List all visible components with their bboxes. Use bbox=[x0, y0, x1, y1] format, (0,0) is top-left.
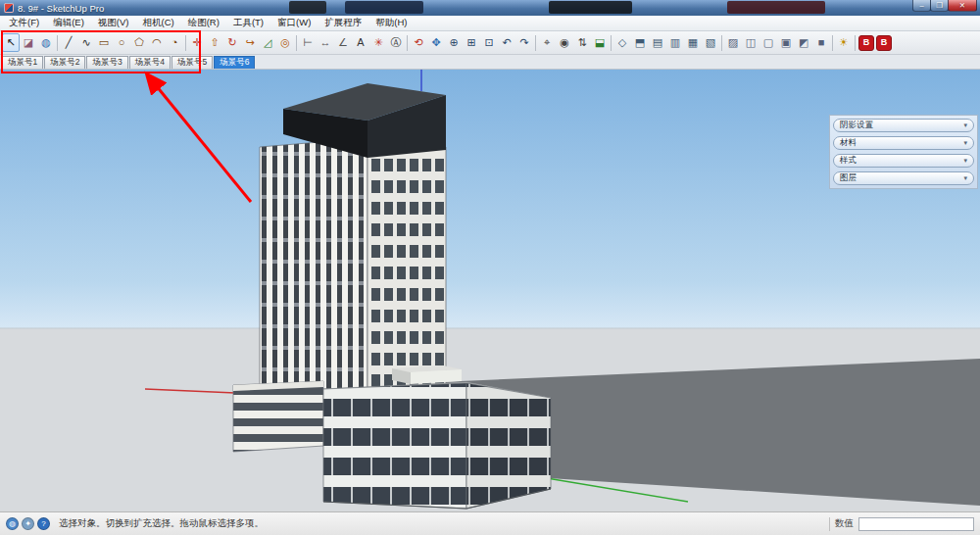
view-left-icon[interactable]: ▧ bbox=[702, 33, 719, 52]
menu-item-9[interactable]: 帮助(H) bbox=[368, 16, 414, 30]
menu-item-4[interactable]: 相机(C) bbox=[135, 16, 180, 30]
help-icon[interactable]: ? bbox=[37, 517, 50, 530]
zoom-tool-icon[interactable]: ⊕ bbox=[445, 33, 463, 52]
scale-tool-icon[interactable]: ◿ bbox=[259, 33, 276, 52]
scene-tab-3[interactable]: 场景号3 bbox=[86, 56, 127, 69]
view-back-icon[interactable]: ▦ bbox=[684, 33, 702, 52]
title-bar: 8. 9# - SketchUp Pro – ❐ ✕ bbox=[0, 0, 980, 16]
push-pull-tool-icon[interactable]: ⇧ bbox=[206, 33, 223, 52]
menu-item-1[interactable]: 文件(F) bbox=[2, 16, 46, 30]
style-textured-icon[interactable]: ◩ bbox=[795, 33, 812, 52]
pie-tool-icon[interactable]: ◔ bbox=[166, 33, 183, 52]
materials-panel-label: 材料 bbox=[840, 137, 857, 149]
window-title: 8. 9# - SketchUp Pro bbox=[18, 3, 104, 14]
credits-icon[interactable]: ✦ bbox=[22, 517, 34, 530]
collapse-icon[interactable]: ▾ bbox=[963, 174, 967, 182]
maximize-button[interactable]: ❐ bbox=[930, 0, 949, 12]
previous-view-icon[interactable]: ↶ bbox=[498, 33, 515, 52]
scene-tab-2[interactable]: 场景号2 bbox=[44, 56, 85, 69]
circle-tool-icon[interactable]: ○ bbox=[113, 33, 130, 52]
style-shaded-icon[interactable]: ▣ bbox=[777, 33, 795, 52]
collapse-icon[interactable]: ▾ bbox=[963, 157, 967, 165]
status-icons: ◍✦? bbox=[6, 517, 50, 530]
podium-front-facade bbox=[323, 383, 466, 509]
collapse-icon[interactable]: ▾ bbox=[963, 139, 967, 147]
axes-tool-icon[interactable]: ✳ bbox=[369, 33, 387, 52]
measurements-input[interactable] bbox=[858, 517, 974, 531]
status-bar: ◍✦? 选择对象。切换到扩充选择。拖动鼠标选择多项。 数值 bbox=[0, 511, 980, 535]
toolbar-separator bbox=[721, 35, 722, 51]
menu-bar: 文件(F)编辑(E)视图(V)相机(C)绘图(R)工具(T)窗口(W)扩展程序帮… bbox=[0, 16, 980, 31]
menu-item-6[interactable]: 工具(T) bbox=[226, 16, 270, 30]
offset-tool-icon[interactable]: ◎ bbox=[276, 33, 294, 52]
view-right-icon[interactable]: ▥ bbox=[666, 33, 684, 52]
background-window-glimpse bbox=[345, 1, 423, 14]
scene-tab-4[interactable]: 场景号4 bbox=[129, 56, 171, 69]
minimize-button[interactable]: – bbox=[912, 0, 931, 12]
section-plane-tool-icon[interactable]: ⬓ bbox=[591, 33, 609, 52]
view-front-icon[interactable]: ▤ bbox=[649, 33, 666, 52]
zoom-window-tool-icon[interactable]: ⊞ bbox=[463, 33, 480, 52]
style-wireframe-icon[interactable]: ◫ bbox=[742, 33, 760, 52]
plugin-logo-icon-1[interactable]: B bbox=[858, 35, 874, 51]
arc-tool-icon[interactable]: ◠ bbox=[148, 33, 166, 52]
menu-item-5[interactable]: 绘图(R) bbox=[181, 16, 226, 30]
line-tool-icon[interactable]: ╱ bbox=[60, 33, 77, 52]
toolbar-separator bbox=[832, 35, 833, 51]
menu-item-3[interactable]: 视图(V) bbox=[91, 16, 136, 30]
tape-measure-tool-icon[interactable]: ⊢ bbox=[299, 33, 317, 52]
next-view-icon[interactable]: ↷ bbox=[515, 33, 533, 52]
scene-tab-5[interactable]: 场景号5 bbox=[172, 56, 213, 69]
toolbar-separator bbox=[407, 35, 408, 51]
menu-item-8[interactable]: 扩展程序 bbox=[318, 16, 368, 30]
style-hidden-line-icon[interactable]: ▢ bbox=[760, 33, 777, 52]
freehand-tool-icon[interactable]: ∿ bbox=[77, 33, 95, 52]
scene-tab-1[interactable]: 场景号1 bbox=[2, 56, 43, 69]
layers-panel[interactable]: 图层▾ bbox=[833, 171, 974, 185]
geolocation-icon[interactable]: ◍ bbox=[6, 517, 19, 530]
look-around-tool-icon[interactable]: ◉ bbox=[556, 33, 573, 52]
polygon-tool-icon[interactable]: ⬠ bbox=[130, 33, 148, 52]
3d-text-tool-icon[interactable]: Ⓐ bbox=[387, 33, 405, 52]
shadow-settings-panel-label: 阴影设置 bbox=[840, 120, 873, 131]
sky bbox=[0, 70, 980, 328]
rotate-tool-icon[interactable]: ↻ bbox=[223, 33, 241, 52]
position-camera-tool-icon[interactable]: ⌖ bbox=[538, 33, 556, 52]
pan-tool-icon[interactable]: ✥ bbox=[427, 33, 445, 52]
paint-bucket-tool-icon[interactable]: ◍ bbox=[37, 33, 55, 52]
dimension-tool-icon[interactable]: ↔ bbox=[317, 33, 334, 52]
rectangle-tool-icon[interactable]: ▭ bbox=[95, 33, 113, 52]
collapse-icon[interactable]: ▾ bbox=[963, 122, 967, 129]
close-button[interactable]: ✕ bbox=[948, 0, 977, 12]
styles-panel[interactable]: 样式▾ bbox=[833, 154, 974, 168]
scene-tabs-row: 场景号1场景号2场景号3场景号4场景号5场景号6 bbox=[0, 55, 980, 70]
select-tool-icon[interactable]: ↖ bbox=[2, 33, 20, 52]
background-window-glimpse bbox=[549, 1, 632, 14]
materials-panel[interactable]: 材料▾ bbox=[833, 136, 974, 150]
scene-tab-6[interactable]: 场景号6 bbox=[214, 56, 255, 69]
shadows-toggle-icon[interactable]: ☀ bbox=[835, 33, 853, 52]
window-controls: – ❐ ✕ bbox=[913, 0, 977, 12]
follow-me-tool-icon[interactable]: ↪ bbox=[241, 33, 259, 52]
sketchup-window: 8. 9# - SketchUp Pro – ❐ ✕ 文件(F)编辑(E)视图(… bbox=[0, 0, 980, 535]
measurements-label: 数值 bbox=[835, 517, 854, 530]
menu-item-2[interactable]: 编辑(E) bbox=[46, 16, 91, 30]
background-window-glimpse bbox=[727, 1, 825, 14]
move-tool-icon[interactable]: ✛ bbox=[188, 33, 206, 52]
walk-tool-icon[interactable]: ⇅ bbox=[573, 33, 591, 52]
style-monochrome-icon[interactable]: ■ bbox=[812, 33, 830, 52]
style-xray-icon[interactable]: ▨ bbox=[724, 33, 742, 52]
toolbar: ↖◪◍╱∿▭○⬠◠◔✛⇧↻↪◿◎⊢↔∠A✳Ⓐ⟲✥⊕⊞⊡↶↷⌖◉⇅⬓◇⬒▤▥▦▧▨… bbox=[0, 31, 980, 55]
shadow-settings-panel[interactable]: 阴影设置▾ bbox=[833, 119, 974, 132]
menu-item-7[interactable]: 窗口(W) bbox=[270, 16, 318, 30]
view-top-icon[interactable]: ⬒ bbox=[631, 33, 649, 52]
eraser-tool-icon[interactable]: ◪ bbox=[20, 33, 37, 52]
protractor-tool-icon[interactable]: ∠ bbox=[334, 33, 352, 52]
text-tool-icon[interactable]: A bbox=[352, 33, 369, 52]
toolbar-separator bbox=[185, 35, 186, 51]
viewport-3d[interactable]: 阴影设置▾材料▾样式▾图层▾ bbox=[0, 70, 980, 511]
view-iso-icon[interactable]: ◇ bbox=[613, 33, 631, 52]
plugin-logo-icon-2[interactable]: B bbox=[876, 35, 892, 51]
orbit-tool-icon[interactable]: ⟲ bbox=[410, 33, 427, 52]
zoom-extents-tool-icon[interactable]: ⊡ bbox=[480, 33, 498, 52]
